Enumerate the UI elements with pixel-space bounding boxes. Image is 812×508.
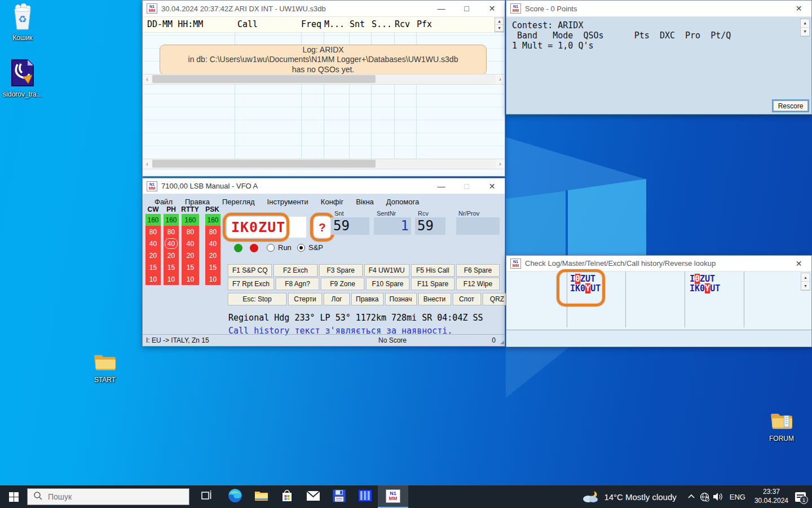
entry-window-titlebar[interactable]: N1MM 7100,00 LSB Manual - VFO A — □ ✕	[143, 178, 505, 194]
menu-tools[interactable]: Інструменти	[261, 198, 315, 206]
horizontal-scrollbar[interactable]: ‹ ›	[143, 74, 505, 85]
store-button[interactable]: Внести	[419, 294, 451, 305]
fkey-button[interactable]: F2 Exch	[274, 265, 316, 276]
n1mm-taskbar-button[interactable]: N1MM	[378, 485, 408, 508]
band-button[interactable]: 80	[205, 226, 220, 238]
band-button[interactable]: 80	[164, 226, 179, 238]
band-button[interactable]: 10	[205, 273, 220, 285]
fkey-button[interactable]: F1 S&P CQ	[228, 265, 271, 276]
scroll-left-icon[interactable]: ‹	[143, 159, 152, 169]
fkey-button[interactable]: F7 Rpt Exch	[228, 278, 273, 290]
close-button[interactable]: ✕	[786, 256, 811, 271]
close-button[interactable]: ✕	[786, 1, 811, 16]
menu-help[interactable]: Допомога	[380, 198, 425, 206]
fkey-button[interactable]: F8 Agn?	[276, 278, 319, 290]
maximize-button[interactable]: □	[454, 178, 479, 194]
scroll-left-icon[interactable]: ‹	[143, 75, 152, 84]
run-radio[interactable]	[267, 244, 275, 252]
rescore-button[interactable]: Rescore	[773, 100, 808, 111]
mail-button[interactable]	[300, 485, 326, 508]
desktop-icon-recycle-bin[interactable]: ♻ Кошик	[1, 3, 44, 42]
column-header[interactable]: M...	[324, 19, 345, 29]
weather-icon[interactable]	[580, 485, 601, 508]
weather-temp[interactable]: 14°C	[604, 492, 623, 502]
minimize-button[interactable]: —	[429, 178, 454, 194]
store-button[interactable]	[274, 485, 300, 508]
band-button[interactable]: 10	[182, 273, 199, 285]
band-button[interactable]: 160	[164, 214, 179, 226]
column-header[interactable]: Rcv	[395, 19, 410, 29]
esc-stop-button[interactable]: Esc: Stop	[228, 294, 286, 305]
weather-condition[interactable]: Mostly cloudy	[625, 492, 677, 502]
band-button[interactable]: 160	[205, 214, 220, 226]
fkey-button[interactable]: F3 Spare	[320, 265, 362, 276]
log-button[interactable]: Лог	[324, 294, 349, 305]
desktop-icon-forum-folder[interactable]: FORUM	[760, 412, 803, 443]
band-button[interactable]: 80	[182, 226, 199, 238]
band-button[interactable]: 80	[145, 226, 161, 238]
edit-button[interactable]: Правка	[352, 294, 383, 305]
band-button[interactable]: 10	[164, 273, 179, 285]
language-indicator[interactable]: ENG	[730, 493, 745, 501]
close-button[interactable]: ✕	[479, 1, 505, 16]
minimize-button[interactable]: —	[429, 1, 454, 16]
band-button[interactable]: 160	[182, 214, 199, 226]
column-header[interactable]: Snt	[350, 19, 365, 29]
column-header[interactable]: Freq	[301, 19, 321, 29]
column-header[interactable]: Call	[237, 19, 258, 29]
menu-file[interactable]: Файл	[148, 198, 179, 206]
tray-clock[interactable]: 23:37 30.04.2024	[754, 488, 788, 505]
close-button[interactable]: ✕	[479, 178, 505, 194]
fkey-button[interactable]: F12 Wipe	[457, 278, 499, 290]
column-header[interactable]: S...	[372, 19, 392, 29]
band-button[interactable]: 40	[145, 238, 161, 249]
log-pane-lower[interactable]	[143, 85, 505, 159]
menu-edit[interactable]: Правка	[179, 198, 216, 206]
band-button[interactable]: 20	[145, 249, 161, 261]
scroll-spinner[interactable]: ▲▼	[495, 17, 504, 32]
band-button[interactable]: 15	[164, 261, 179, 273]
maximize-button[interactable]: □	[454, 1, 479, 16]
tray-chevron-icon[interactable]	[685, 485, 698, 508]
band-button[interactable]: 15	[182, 261, 199, 273]
scrollbar-thumb[interactable]	[152, 160, 376, 168]
column-header[interactable]: DD-MM HH:MM	[147, 19, 203, 29]
wipe-button[interactable]: Стерти	[289, 294, 321, 305]
desktop-icon-sidorov-file[interactable]: sidorov_tra...	[1, 59, 44, 98]
start-button[interactable]	[0, 485, 27, 508]
scroll-right-icon[interactable]: ›	[496, 75, 505, 84]
fkey-button[interactable]: F6 Spare	[457, 265, 499, 276]
mark-button[interactable]: Познач	[386, 294, 416, 305]
band-button[interactable]: 15	[205, 261, 220, 273]
score-window-titlebar[interactable]: N1MM Score - 0 Points ✕	[506, 1, 811, 17]
network-globe-icon[interactable]	[698, 485, 712, 508]
menu-config[interactable]: Конфіг	[315, 198, 350, 206]
check-window-titlebar[interactable]: N1MM Check Log/Master/Telnet/Exch/Call h…	[506, 256, 811, 271]
check-suggestions-col4[interactable]: I0ZUT IK0YUT	[690, 274, 720, 294]
sp-radio[interactable]	[297, 244, 305, 252]
menu-view[interactable]: Перегляд	[216, 198, 261, 206]
log-window-titlebar[interactable]: N1MM 30.04.2024 20:37:42Z ARI DX INT - U…	[143, 1, 505, 17]
notification-center-button[interactable]: 1	[793, 485, 807, 508]
volume-icon[interactable]	[712, 485, 725, 508]
fkey-button[interactable]: F10 Spare	[367, 278, 409, 290]
log-pane-upper[interactable]: Log: ARIDX in db: C:\Users\uw1wu\Documen…	[143, 33, 505, 74]
scroll-spinner[interactable]: ▲▼	[801, 273, 810, 291]
file-explorer-button[interactable]	[248, 485, 274, 508]
fkey-button[interactable]: F11 Spare	[412, 278, 454, 290]
taskbar-search[interactable]	[27, 488, 189, 505]
band-button[interactable]: 160	[145, 214, 161, 226]
edge-button[interactable]	[222, 485, 248, 508]
rcv-input[interactable]: 59	[415, 217, 445, 235]
nrprov-input[interactable]	[456, 217, 500, 235]
scroll-spinner[interactable]: ▲▼	[800, 19, 810, 37]
band-button[interactable]: 20	[205, 249, 220, 261]
logger-floppy-button[interactable]	[326, 485, 352, 508]
search-input[interactable]	[47, 492, 162, 502]
band-button[interactable]: 10	[145, 273, 161, 285]
band-button[interactable]: 15	[145, 261, 161, 273]
menu-windows[interactable]: Вікна	[350, 198, 380, 206]
spot-button[interactable]: Спот	[453, 294, 480, 305]
horizontal-scrollbar[interactable]: ‹ ›	[143, 159, 505, 169]
fkey-button[interactable]: F4 UW1WU	[365, 265, 409, 276]
